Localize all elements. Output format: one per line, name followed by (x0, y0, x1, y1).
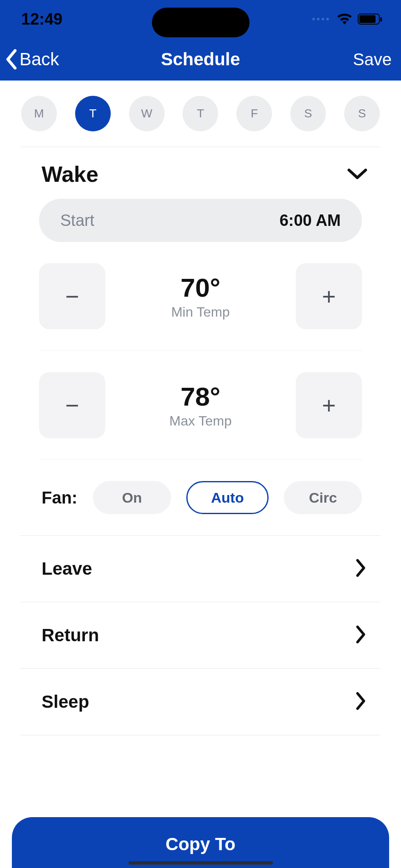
start-value: 6:00 AM (280, 211, 341, 230)
fan-option-circ[interactable]: Circ (284, 481, 362, 514)
section-sleep-row[interactable]: Sleep (0, 669, 401, 735)
chevron-right-icon (355, 626, 366, 645)
home-indicator (129, 861, 273, 865)
status-icons (312, 14, 380, 25)
start-time-button[interactable]: Start 6:00 AM (39, 199, 362, 242)
fan-option-auto[interactable]: Auto (186, 481, 269, 514)
status-time: 12:49 (21, 10, 62, 28)
copy-to-button[interactable]: Copy To (12, 817, 389, 868)
min-temp-control: − 70° Min Temp + (0, 242, 401, 351)
max-temp-label: Max Temp (105, 413, 296, 429)
chevron-down-icon (348, 168, 367, 181)
min-temp-value: 70° (105, 273, 296, 303)
chevron-left-icon (4, 49, 19, 70)
section-wake: Wake Start 6:00 AM − 70° Min Temp + − 78… (0, 147, 401, 535)
section-leave-row[interactable]: Leave (0, 536, 401, 602)
max-temp-decrease-button[interactable]: − (39, 372, 105, 438)
day-friday[interactable]: F (236, 96, 272, 131)
day-monday[interactable]: M (21, 96, 57, 131)
cellular-dots-icon (312, 18, 329, 20)
fan-option-on[interactable]: On (93, 481, 171, 514)
app-header: 12:49 Back Schedule Save (0, 0, 401, 81)
chevron-right-icon (355, 692, 366, 712)
battery-icon (358, 14, 380, 25)
device-notch (152, 8, 250, 37)
max-temp-value: 78° (105, 381, 296, 412)
day-saturday[interactable]: S (290, 96, 326, 131)
day-sunday[interactable]: S (344, 96, 380, 131)
back-label: Back (20, 49, 59, 70)
min-temp-decrease-button[interactable]: − (39, 263, 105, 329)
back-button[interactable]: Back (4, 49, 59, 70)
divider (20, 735, 381, 735)
day-picker: M T W T F S S (0, 81, 401, 147)
day-thursday[interactable]: T (182, 96, 218, 131)
max-temp-control: − 78° Max Temp + (0, 351, 401, 459)
day-wednesday[interactable]: W (129, 96, 165, 131)
nav-bar: Back Schedule Save (0, 42, 401, 81)
bottom-bar: Copy To (0, 817, 401, 868)
section-return-row[interactable]: Return (0, 602, 401, 668)
start-label: Start (60, 211, 94, 230)
section-wake-title: Wake (42, 161, 98, 187)
chevron-right-icon (355, 559, 366, 579)
max-temp-increase-button[interactable]: + (296, 372, 362, 438)
fan-control: Fan: On Auto Circ (0, 460, 401, 535)
section-return-label: Return (42, 625, 99, 645)
section-leave-label: Leave (42, 559, 92, 579)
section-sleep-label: Sleep (42, 692, 89, 712)
fan-label: Fan: (42, 488, 80, 507)
wifi-icon (337, 14, 352, 25)
section-wake-header[interactable]: Wake (0, 160, 401, 195)
day-tuesday[interactable]: T (75, 96, 111, 131)
min-temp-increase-button[interactable]: + (296, 263, 362, 329)
page-title: Schedule (161, 49, 240, 70)
save-button[interactable]: Save (353, 50, 392, 69)
min-temp-label: Min Temp (105, 304, 296, 320)
